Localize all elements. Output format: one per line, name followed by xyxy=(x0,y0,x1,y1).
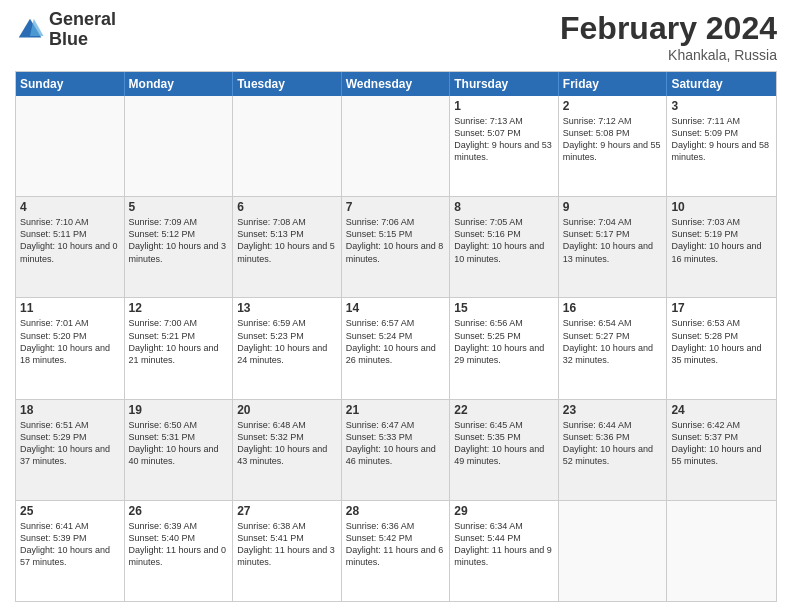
calendar-cell-1-1: 5Sunrise: 7:09 AMSunset: 5:12 PMDaylight… xyxy=(125,197,234,297)
day-number: 4 xyxy=(20,200,120,214)
day-info: Sunrise: 6:45 AMSunset: 5:35 PMDaylight:… xyxy=(454,419,554,468)
day-number: 18 xyxy=(20,403,120,417)
day-info: Sunrise: 6:36 AMSunset: 5:42 PMDaylight:… xyxy=(346,520,446,569)
day-number: 26 xyxy=(129,504,229,518)
calendar-row-4: 25Sunrise: 6:41 AMSunset: 5:39 PMDayligh… xyxy=(16,501,776,601)
day-info: Sunrise: 7:05 AMSunset: 5:16 PMDaylight:… xyxy=(454,216,554,265)
calendar-cell-3-3: 21Sunrise: 6:47 AMSunset: 5:33 PMDayligh… xyxy=(342,400,451,500)
day-info: Sunrise: 6:57 AMSunset: 5:24 PMDaylight:… xyxy=(346,317,446,366)
location: Khankala, Russia xyxy=(560,47,777,63)
calendar-body: 1Sunrise: 7:13 AMSunset: 5:07 PMDaylight… xyxy=(16,96,776,601)
calendar-row-1: 4Sunrise: 7:10 AMSunset: 5:11 PMDaylight… xyxy=(16,197,776,298)
calendar-cell-4-5 xyxy=(559,501,668,601)
day-info: Sunrise: 6:38 AMSunset: 5:41 PMDaylight:… xyxy=(237,520,337,569)
calendar-cell-3-1: 19Sunrise: 6:50 AMSunset: 5:31 PMDayligh… xyxy=(125,400,234,500)
day-number: 6 xyxy=(237,200,337,214)
day-number: 1 xyxy=(454,99,554,113)
day-info: Sunrise: 6:41 AMSunset: 5:39 PMDaylight:… xyxy=(20,520,120,569)
day-number: 15 xyxy=(454,301,554,315)
day-number: 24 xyxy=(671,403,772,417)
calendar-cell-2-5: 16Sunrise: 6:54 AMSunset: 5:27 PMDayligh… xyxy=(559,298,668,398)
calendar-cell-0-6: 3Sunrise: 7:11 AMSunset: 5:09 PMDaylight… xyxy=(667,96,776,196)
day-number: 3 xyxy=(671,99,772,113)
calendar-cell-0-0 xyxy=(16,96,125,196)
day-number: 29 xyxy=(454,504,554,518)
day-info: Sunrise: 7:06 AMSunset: 5:15 PMDaylight:… xyxy=(346,216,446,265)
day-info: Sunrise: 7:12 AMSunset: 5:08 PMDaylight:… xyxy=(563,115,663,164)
header-day-saturday: Saturday xyxy=(667,72,776,96)
calendar-cell-2-0: 11Sunrise: 7:01 AMSunset: 5:20 PMDayligh… xyxy=(16,298,125,398)
svg-marker-1 xyxy=(30,19,44,36)
day-number: 22 xyxy=(454,403,554,417)
page: General Blue February 2024 Khankala, Rus… xyxy=(0,0,792,612)
calendar-cell-1-4: 8Sunrise: 7:05 AMSunset: 5:16 PMDaylight… xyxy=(450,197,559,297)
day-info: Sunrise: 7:03 AMSunset: 5:19 PMDaylight:… xyxy=(671,216,772,265)
header-day-sunday: Sunday xyxy=(16,72,125,96)
calendar-cell-1-3: 7Sunrise: 7:06 AMSunset: 5:15 PMDaylight… xyxy=(342,197,451,297)
calendar-cell-0-2 xyxy=(233,96,342,196)
day-info: Sunrise: 6:42 AMSunset: 5:37 PMDaylight:… xyxy=(671,419,772,468)
day-number: 17 xyxy=(671,301,772,315)
header-day-friday: Friday xyxy=(559,72,668,96)
calendar-cell-2-6: 17Sunrise: 6:53 AMSunset: 5:28 PMDayligh… xyxy=(667,298,776,398)
calendar-cell-4-0: 25Sunrise: 6:41 AMSunset: 5:39 PMDayligh… xyxy=(16,501,125,601)
logo-line2: Blue xyxy=(49,30,116,50)
calendar-cell-2-4: 15Sunrise: 6:56 AMSunset: 5:25 PMDayligh… xyxy=(450,298,559,398)
day-number: 2 xyxy=(563,99,663,113)
day-info: Sunrise: 7:01 AMSunset: 5:20 PMDaylight:… xyxy=(20,317,120,366)
calendar-cell-0-3 xyxy=(342,96,451,196)
day-info: Sunrise: 7:13 AMSunset: 5:07 PMDaylight:… xyxy=(454,115,554,164)
header-day-thursday: Thursday xyxy=(450,72,559,96)
calendar-cell-4-6 xyxy=(667,501,776,601)
day-number: 12 xyxy=(129,301,229,315)
header: General Blue February 2024 Khankala, Rus… xyxy=(15,10,777,63)
day-number: 27 xyxy=(237,504,337,518)
calendar-cell-3-6: 24Sunrise: 6:42 AMSunset: 5:37 PMDayligh… xyxy=(667,400,776,500)
day-number: 10 xyxy=(671,200,772,214)
calendar-header: SundayMondayTuesdayWednesdayThursdayFrid… xyxy=(16,72,776,96)
day-info: Sunrise: 7:08 AMSunset: 5:13 PMDaylight:… xyxy=(237,216,337,265)
header-day-tuesday: Tuesday xyxy=(233,72,342,96)
calendar-cell-1-2: 6Sunrise: 7:08 AMSunset: 5:13 PMDaylight… xyxy=(233,197,342,297)
day-info: Sunrise: 6:54 AMSunset: 5:27 PMDaylight:… xyxy=(563,317,663,366)
day-number: 25 xyxy=(20,504,120,518)
calendar-cell-1-5: 9Sunrise: 7:04 AMSunset: 5:17 PMDaylight… xyxy=(559,197,668,297)
day-info: Sunrise: 6:50 AMSunset: 5:31 PMDaylight:… xyxy=(129,419,229,468)
day-info: Sunrise: 6:56 AMSunset: 5:25 PMDaylight:… xyxy=(454,317,554,366)
day-info: Sunrise: 7:09 AMSunset: 5:12 PMDaylight:… xyxy=(129,216,229,265)
calendar: SundayMondayTuesdayWednesdayThursdayFrid… xyxy=(15,71,777,602)
day-info: Sunrise: 7:10 AMSunset: 5:11 PMDaylight:… xyxy=(20,216,120,265)
calendar-cell-3-2: 20Sunrise: 6:48 AMSunset: 5:32 PMDayligh… xyxy=(233,400,342,500)
day-number: 13 xyxy=(237,301,337,315)
day-info: Sunrise: 6:59 AMSunset: 5:23 PMDaylight:… xyxy=(237,317,337,366)
calendar-cell-0-1 xyxy=(125,96,234,196)
day-info: Sunrise: 7:00 AMSunset: 5:21 PMDaylight:… xyxy=(129,317,229,366)
calendar-row-2: 11Sunrise: 7:01 AMSunset: 5:20 PMDayligh… xyxy=(16,298,776,399)
day-info: Sunrise: 7:11 AMSunset: 5:09 PMDaylight:… xyxy=(671,115,772,164)
day-info: Sunrise: 6:53 AMSunset: 5:28 PMDaylight:… xyxy=(671,317,772,366)
day-number: 19 xyxy=(129,403,229,417)
title-area: February 2024 Khankala, Russia xyxy=(560,10,777,63)
calendar-cell-0-4: 1Sunrise: 7:13 AMSunset: 5:07 PMDaylight… xyxy=(450,96,559,196)
month-title: February 2024 xyxy=(560,10,777,47)
day-number: 14 xyxy=(346,301,446,315)
day-number: 16 xyxy=(563,301,663,315)
logo-icon xyxy=(15,15,45,45)
day-info: Sunrise: 6:34 AMSunset: 5:44 PMDaylight:… xyxy=(454,520,554,569)
day-number: 28 xyxy=(346,504,446,518)
calendar-cell-2-3: 14Sunrise: 6:57 AMSunset: 5:24 PMDayligh… xyxy=(342,298,451,398)
calendar-cell-3-4: 22Sunrise: 6:45 AMSunset: 5:35 PMDayligh… xyxy=(450,400,559,500)
day-info: Sunrise: 6:51 AMSunset: 5:29 PMDaylight:… xyxy=(20,419,120,468)
header-day-monday: Monday xyxy=(125,72,234,96)
logo-text: General Blue xyxy=(49,10,116,50)
calendar-cell-1-0: 4Sunrise: 7:10 AMSunset: 5:11 PMDaylight… xyxy=(16,197,125,297)
calendar-cell-2-1: 12Sunrise: 7:00 AMSunset: 5:21 PMDayligh… xyxy=(125,298,234,398)
calendar-cell-1-6: 10Sunrise: 7:03 AMSunset: 5:19 PMDayligh… xyxy=(667,197,776,297)
calendar-cell-0-5: 2Sunrise: 7:12 AMSunset: 5:08 PMDaylight… xyxy=(559,96,668,196)
logo-line1: General xyxy=(49,10,116,30)
calendar-cell-3-0: 18Sunrise: 6:51 AMSunset: 5:29 PMDayligh… xyxy=(16,400,125,500)
day-number: 8 xyxy=(454,200,554,214)
day-number: 7 xyxy=(346,200,446,214)
calendar-row-0: 1Sunrise: 7:13 AMSunset: 5:07 PMDaylight… xyxy=(16,96,776,197)
day-info: Sunrise: 7:04 AMSunset: 5:17 PMDaylight:… xyxy=(563,216,663,265)
